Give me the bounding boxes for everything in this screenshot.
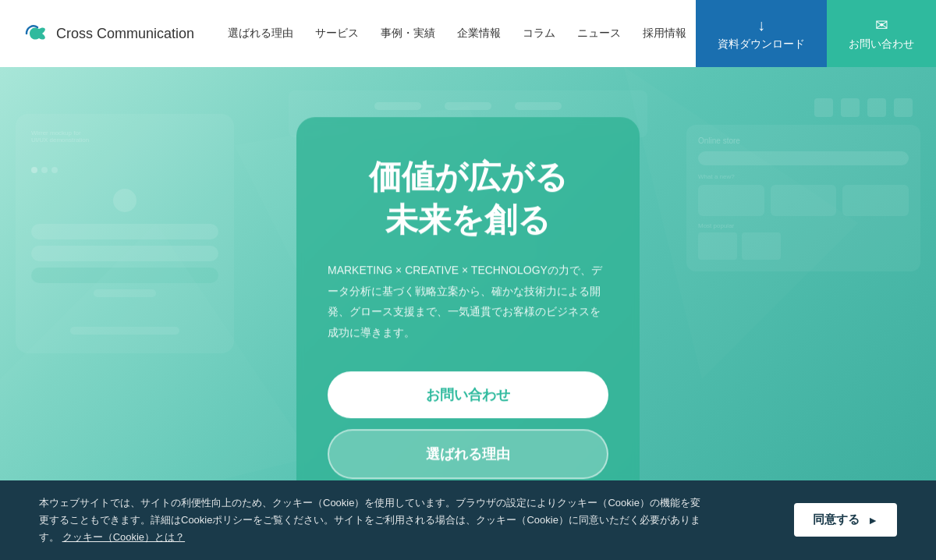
popular-items [698, 232, 909, 260]
logo-icon [23, 21, 48, 46]
contact-header-button[interactable]: ✉ お問い合わせ [827, 0, 936, 67]
mockup-right: Online store What a new? Most popular [686, 98, 920, 283]
nav-company[interactable]: 企業情報 [457, 27, 501, 41]
contact-header-label: お問い合わせ [849, 37, 914, 51]
header: Cross Communication 選ばれる理由 サービス 事例・実績 企業… [0, 0, 936, 67]
download-button[interactable]: ↓ 資料ダウンロード [696, 0, 827, 67]
icon-mock-1 [814, 98, 833, 117]
header-buttons: ↓ 資料ダウンロード ✉ お問い合わせ [696, 0, 936, 67]
online-store-mock: Online store What a new? Most popular [686, 125, 920, 271]
hero-reason-button[interactable]: 選ばれる理由 [328, 429, 608, 479]
main-nav: 選ばれる理由 サービス 事例・実績 企業情報 コラム ニュース 採用情報 [218, 27, 696, 41]
icon-mock-2 [841, 98, 860, 117]
mockup-left: Wirrer mockup forUI/UX demonstration [16, 114, 234, 353]
download-icon: ↓ [757, 16, 765, 34]
popular-item-2 [742, 232, 781, 260]
search-bar-mock [698, 151, 909, 165]
nav-column[interactable]: コラム [523, 27, 555, 41]
mockup-text: Wirrer mockup forUI/UX demonstration [31, 129, 218, 144]
hero-title-line1: 価値が広がる [369, 158, 568, 195]
nav-reason[interactable]: 選ばれる理由 [228, 27, 293, 41]
mail-icon: ✉ [875, 16, 888, 34]
username-mock [31, 224, 218, 239]
arrow-right-icon: ► [867, 514, 878, 526]
store-title: Online store [698, 136, 909, 145]
new-label: What a new? [698, 173, 909, 180]
product-2 [771, 185, 837, 216]
avatar-mock [113, 189, 136, 212]
register-link-mock [70, 327, 179, 335]
icon-mock-4 [894, 98, 913, 117]
cookie-link[interactable]: クッキー（Cookie）とは？ [62, 531, 185, 543]
password-mock [31, 246, 218, 261]
center-bar-2 [445, 102, 491, 110]
dots-indicator [31, 167, 218, 173]
cookie-agree-label: 同意する [813, 512, 860, 527]
forgot-link-mock [94, 289, 156, 297]
product-3 [842, 185, 909, 216]
cookie-text: 本ウェブサイトでは、サイトの利便性向上のため、クッキー（Cookie）を使用して… [39, 494, 710, 546]
logo-area: Cross Communication [0, 21, 218, 46]
product-1 [698, 185, 764, 216]
icon-mock-3 [867, 98, 886, 117]
nav-cases[interactable]: 事例・実績 [381, 27, 435, 41]
login-btn-mock [31, 268, 218, 283]
nav-service[interactable]: サービス [315, 27, 359, 41]
hero-contact-button[interactable]: お問い合わせ [328, 371, 608, 418]
hero-card: 価値が広がる 未来を創る MARKETING × CREATIVE × TECH… [296, 117, 640, 510]
cookie-agree-button[interactable]: 同意する ► [794, 503, 897, 537]
cookie-banner: 本ウェブサイトでは、サイトの利便性向上のため、クッキー（Cookie）を使用して… [0, 480, 936, 560]
center-bar-1 [374, 102, 421, 110]
logo-text: Cross Communication [56, 26, 194, 42]
nav-recruit[interactable]: 採用情報 [643, 27, 686, 41]
download-label: 資料ダウンロード [718, 37, 805, 51]
hero-title: 価値が広がる 未来を創る [328, 156, 608, 241]
product-grid [698, 185, 909, 216]
popular-item-1 [698, 232, 737, 260]
hero-subtitle: MARKETING × CREATIVE × TECHNOLOGYの力で、データ… [328, 260, 608, 342]
nav-news[interactable]: ニュース [577, 27, 621, 41]
dot-3 [51, 167, 58, 173]
dot-1 [31, 167, 37, 173]
hero-title-line2: 未来を創る [385, 201, 551, 238]
center-bar-3 [515, 102, 562, 110]
popular-label: Most popular [698, 222, 909, 229]
dot-2 [41, 167, 48, 173]
